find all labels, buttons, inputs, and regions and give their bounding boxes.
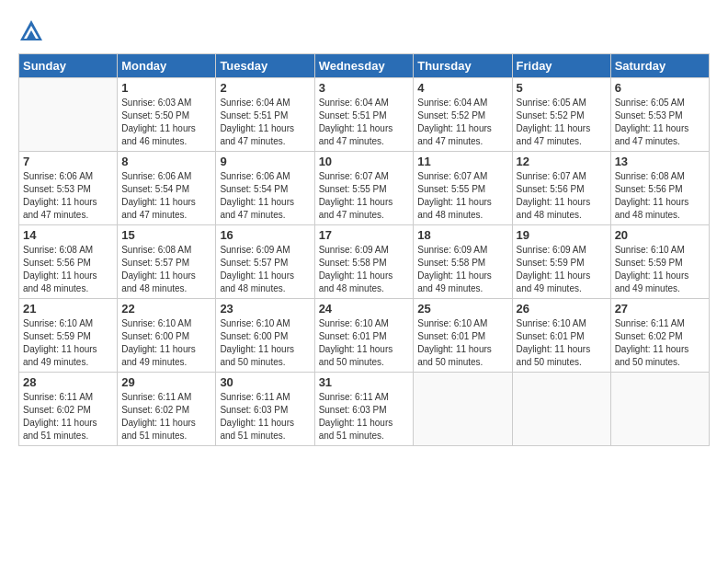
header-cell-friday: Friday (512, 54, 610, 78)
day-cell: 12Sunrise: 6:07 AM Sunset: 5:56 PM Dayli… (512, 152, 610, 225)
day-info: Sunrise: 6:04 AM Sunset: 5:52 PM Dayligh… (417, 97, 507, 148)
day-info: Sunrise: 6:08 AM Sunset: 5:56 PM Dayligh… (615, 170, 705, 222)
day-cell (512, 373, 610, 446)
day-number: 29 (121, 375, 211, 389)
day-info: Sunrise: 6:07 AM Sunset: 5:55 PM Dayligh… (417, 170, 507, 222)
day-number: 19 (517, 228, 607, 242)
day-number: 26 (517, 302, 607, 316)
day-cell: 10Sunrise: 6:07 AM Sunset: 5:55 PM Dayli… (314, 152, 414, 225)
day-number: 15 (121, 228, 211, 242)
day-cell: 16Sunrise: 6:09 AM Sunset: 5:57 PM Dayli… (216, 225, 314, 299)
header-cell-wednesday: Wednesday (314, 54, 414, 78)
day-number: 21 (23, 302, 113, 316)
week-row-1: 1Sunrise: 6:03 AM Sunset: 5:50 PM Daylig… (19, 78, 710, 152)
day-info: Sunrise: 6:10 AM Sunset: 6:01 PM Dayligh… (517, 317, 607, 369)
day-info: Sunrise: 6:08 AM Sunset: 5:56 PM Dayligh… (23, 244, 113, 295)
day-cell (414, 373, 512, 446)
day-number: 13 (615, 155, 705, 168)
day-info: Sunrise: 6:11 AM Sunset: 6:02 PM Dayligh… (121, 391, 211, 442)
day-cell: 5Sunrise: 6:05 AM Sunset: 5:52 PM Daylig… (512, 78, 610, 152)
page: SundayMondayTuesdayWednesdayThursdayFrid… (0, 0, 728, 455)
day-info: Sunrise: 6:07 AM Sunset: 5:56 PM Dayligh… (517, 170, 607, 222)
day-number: 12 (517, 155, 607, 168)
day-cell: 6Sunrise: 6:05 AM Sunset: 5:53 PM Daylig… (610, 78, 709, 152)
day-number: 23 (220, 302, 310, 316)
day-cell: 9Sunrise: 6:06 AM Sunset: 5:54 PM Daylig… (216, 152, 314, 225)
day-cell: 29Sunrise: 6:11 AM Sunset: 6:02 PM Dayli… (118, 373, 216, 446)
day-cell: 27Sunrise: 6:11 AM Sunset: 6:02 PM Dayli… (610, 299, 709, 373)
day-info: Sunrise: 6:03 AM Sunset: 5:50 PM Dayligh… (121, 97, 211, 148)
day-info: Sunrise: 6:10 AM Sunset: 6:01 PM Dayligh… (417, 317, 507, 369)
day-cell: 20Sunrise: 6:10 AM Sunset: 5:59 PM Dayli… (610, 225, 709, 299)
day-info: Sunrise: 6:10 AM Sunset: 6:00 PM Dayligh… (220, 317, 310, 369)
day-cell: 8Sunrise: 6:06 AM Sunset: 5:54 PM Daylig… (118, 152, 216, 225)
day-cell: 31Sunrise: 6:11 AM Sunset: 6:03 PM Dayli… (314, 373, 414, 446)
day-info: Sunrise: 6:09 AM Sunset: 5:57 PM Dayligh… (220, 244, 310, 295)
day-info: Sunrise: 6:11 AM Sunset: 6:02 PM Dayligh… (615, 317, 705, 369)
day-info: Sunrise: 6:10 AM Sunset: 5:59 PM Dayligh… (615, 244, 705, 295)
day-cell: 1Sunrise: 6:03 AM Sunset: 5:50 PM Daylig… (118, 78, 216, 152)
day-info: Sunrise: 6:11 AM Sunset: 6:02 PM Dayligh… (23, 391, 113, 442)
day-cell: 28Sunrise: 6:11 AM Sunset: 6:02 PM Dayli… (19, 373, 118, 446)
day-cell: 24Sunrise: 6:10 AM Sunset: 6:01 PM Dayli… (314, 299, 414, 373)
day-number: 8 (121, 155, 211, 168)
week-row-4: 21Sunrise: 6:10 AM Sunset: 5:59 PM Dayli… (19, 299, 710, 373)
week-row-3: 14Sunrise: 6:08 AM Sunset: 5:56 PM Dayli… (19, 225, 710, 299)
day-number: 10 (319, 155, 410, 168)
day-info: Sunrise: 6:04 AM Sunset: 5:51 PM Dayligh… (319, 97, 410, 148)
day-info: Sunrise: 6:05 AM Sunset: 5:52 PM Dayligh… (517, 97, 607, 148)
day-cell: 14Sunrise: 6:08 AM Sunset: 5:56 PM Dayli… (19, 225, 118, 299)
day-info: Sunrise: 6:08 AM Sunset: 5:57 PM Dayligh… (121, 244, 211, 295)
day-number: 14 (23, 228, 113, 242)
header-row: SundayMondayTuesdayWednesdayThursdayFrid… (19, 54, 710, 78)
day-cell: 7Sunrise: 6:06 AM Sunset: 5:53 PM Daylig… (19, 152, 118, 225)
day-number: 20 (615, 228, 705, 242)
day-cell: 17Sunrise: 6:09 AM Sunset: 5:58 PM Dayli… (314, 225, 414, 299)
day-info: Sunrise: 6:09 AM Sunset: 5:59 PM Dayligh… (517, 244, 607, 295)
day-number: 31 (319, 375, 410, 389)
day-number: 2 (220, 81, 310, 95)
logo-icon (18, 18, 44, 44)
day-cell: 18Sunrise: 6:09 AM Sunset: 5:58 PM Dayli… (414, 225, 512, 299)
day-number: 25 (417, 302, 507, 316)
day-number: 5 (517, 81, 607, 95)
day-info: Sunrise: 6:06 AM Sunset: 5:54 PM Dayligh… (121, 170, 211, 222)
header-cell-tuesday: Tuesday (216, 54, 314, 78)
header-cell-sunday: Sunday (19, 54, 118, 78)
day-number: 3 (319, 81, 410, 95)
day-cell: 3Sunrise: 6:04 AM Sunset: 5:51 PM Daylig… (314, 78, 414, 152)
day-cell: 26Sunrise: 6:10 AM Sunset: 6:01 PM Dayli… (512, 299, 610, 373)
day-cell: 19Sunrise: 6:09 AM Sunset: 5:59 PM Dayli… (512, 225, 610, 299)
day-cell (19, 78, 118, 152)
day-number: 1 (121, 81, 211, 95)
day-cell: 21Sunrise: 6:10 AM Sunset: 5:59 PM Dayli… (19, 299, 118, 373)
day-number: 4 (417, 81, 507, 95)
day-number: 18 (417, 228, 507, 242)
day-number: 16 (220, 228, 310, 242)
day-number: 6 (615, 81, 705, 95)
header-cell-thursday: Thursday (414, 54, 512, 78)
day-cell: 2Sunrise: 6:04 AM Sunset: 5:51 PM Daylig… (216, 78, 314, 152)
day-info: Sunrise: 6:11 AM Sunset: 6:03 PM Dayligh… (220, 391, 310, 442)
day-info: Sunrise: 6:10 AM Sunset: 6:00 PM Dayligh… (121, 317, 211, 369)
day-number: 11 (417, 155, 507, 168)
day-cell: 23Sunrise: 6:10 AM Sunset: 6:00 PM Dayli… (216, 299, 314, 373)
day-info: Sunrise: 6:10 AM Sunset: 5:59 PM Dayligh… (23, 317, 113, 369)
day-info: Sunrise: 6:07 AM Sunset: 5:55 PM Dayligh… (319, 170, 410, 222)
day-number: 9 (220, 155, 310, 168)
week-row-5: 28Sunrise: 6:11 AM Sunset: 6:02 PM Dayli… (19, 373, 710, 446)
header-cell-saturday: Saturday (610, 54, 709, 78)
day-info: Sunrise: 6:04 AM Sunset: 5:51 PM Dayligh… (220, 97, 310, 148)
header-cell-monday: Monday (118, 54, 216, 78)
day-cell: 30Sunrise: 6:11 AM Sunset: 6:03 PM Dayli… (216, 373, 314, 446)
day-cell: 13Sunrise: 6:08 AM Sunset: 5:56 PM Dayli… (610, 152, 709, 225)
day-cell: 22Sunrise: 6:10 AM Sunset: 6:00 PM Dayli… (118, 299, 216, 373)
day-number: 27 (615, 302, 705, 316)
day-cell: 11Sunrise: 6:07 AM Sunset: 5:55 PM Dayli… (414, 152, 512, 225)
day-cell: 25Sunrise: 6:10 AM Sunset: 6:01 PM Dayli… (414, 299, 512, 373)
logo (18, 18, 48, 44)
day-info: Sunrise: 6:06 AM Sunset: 5:54 PM Dayligh… (220, 170, 310, 222)
day-info: Sunrise: 6:05 AM Sunset: 5:53 PM Dayligh… (615, 97, 705, 148)
day-number: 7 (23, 155, 113, 168)
day-number: 28 (23, 375, 113, 389)
